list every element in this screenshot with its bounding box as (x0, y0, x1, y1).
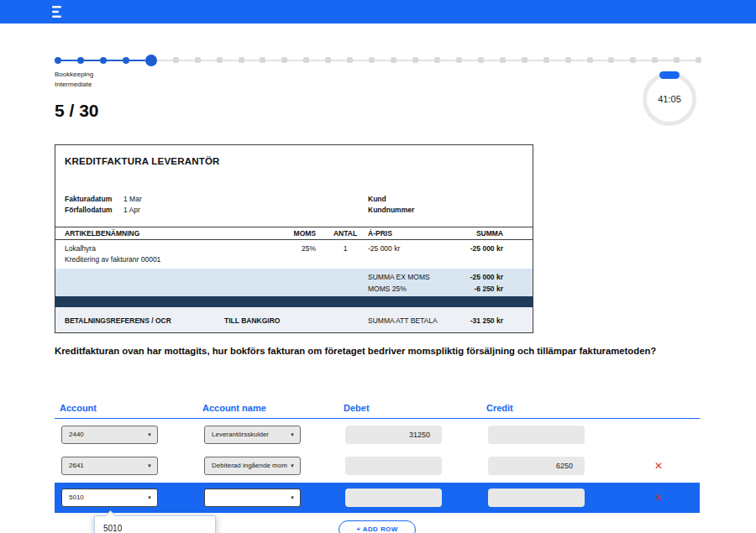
progress-marker (630, 57, 636, 63)
chevron-down-icon: ▼ (147, 426, 152, 444)
progress-connector (179, 60, 195, 61)
timer-progress-pill (659, 71, 680, 79)
item-antal: 1 (328, 244, 362, 253)
progress-category-label: Bookkeeping (55, 71, 93, 78)
answer-header-debet: Debet (344, 403, 370, 413)
answer-row: 2641 ▼ Debiterad ingående mom ▼ ✕ (55, 457, 700, 475)
invoice-divider-bar (55, 296, 533, 307)
progress-marker (456, 57, 462, 63)
account-select-value: 5010 (69, 494, 84, 501)
progress-connector (375, 60, 391, 61)
progress-marker (145, 55, 157, 66)
progress-marker (674, 57, 680, 63)
progress-marker (173, 57, 179, 63)
account-name-select[interactable]: ▼ (204, 489, 301, 507)
progress-connector (353, 60, 369, 61)
remove-row-button[interactable]: ✕ (651, 491, 666, 504)
progress-connector (484, 60, 500, 61)
chevron-down-icon: ▼ (290, 457, 295, 475)
invoice-line-item: Lokalhyra Kreditering av fakturanr 00001… (55, 240, 533, 269)
progress-marker (434, 57, 440, 63)
customer-label: Kund (368, 195, 386, 203)
invoice-summary-band: SUMMA EX MOMS -25 000 kr MOMS 25% -6 250… (55, 269, 533, 296)
account-select[interactable]: 2440 ▼ (61, 426, 158, 444)
progress-marker (303, 57, 309, 63)
progress-connector (571, 60, 587, 61)
summary-exmoms-value: -25 000 kr (394, 273, 503, 281)
progress-connector (265, 60, 281, 61)
credit-input[interactable] (488, 457, 585, 475)
progress-marker (500, 57, 506, 63)
credit-input[interactable] (488, 426, 585, 444)
account-option[interactable]: 5010 (95, 516, 215, 533)
progress-marker (260, 57, 265, 63)
item-name: Lokalhyra (65, 244, 96, 253)
due-date-label: Förfallodatum (65, 206, 113, 214)
due-date-value: 1 Apr (123, 206, 140, 214)
answer-header-account: Account (60, 403, 97, 413)
progress-connector (396, 60, 412, 61)
progress-connector (614, 60, 630, 61)
top-bar (0, 0, 756, 24)
progress-connector (157, 60, 173, 61)
progress-marker (100, 57, 107, 64)
answer-row: 2440 ▼ Leverantörsskulder ▼ (55, 426, 700, 444)
col-header-antal: ANTAL (328, 229, 362, 238)
chevron-down-icon: ▼ (290, 426, 295, 444)
progress-marker (123, 57, 129, 64)
progress-connector (680, 60, 696, 61)
progress-connector (309, 60, 325, 61)
progress-connector (593, 60, 609, 61)
app-logo-icon (52, 5, 64, 18)
progress-connector (84, 60, 100, 61)
invoice-footer: BETALNINGSREFERENS / OCR TILL BANKGIRO S… (55, 307, 533, 332)
summary-moms-value: -6 250 kr (394, 285, 503, 293)
progress-connector (244, 60, 260, 61)
progress-marker (522, 57, 528, 63)
account-dropdown-panel: 5010 (94, 515, 216, 533)
progress-marker (325, 57, 331, 63)
progress-level-label: Intermediate (55, 81, 92, 88)
remove-row-button[interactable]: ✕ (651, 459, 666, 473)
progress-marker (608, 57, 614, 63)
invoice-table-header: ARTIKELBENÄMNING MOMS ANTAL Á-PRIS SUMMA (55, 227, 533, 240)
col-header-moms: MOMS (282, 229, 316, 238)
progress-connector (201, 60, 217, 61)
progress-marker (565, 57, 571, 63)
invoice-document: KREDITFAKTURA LEVERANTÖR Fakturadatum 1 … (55, 144, 533, 333)
item-description: Kreditering av fakturanr 00001 (65, 255, 160, 264)
item-moms: 25% (282, 244, 316, 253)
account-select[interactable]: 2641 ▼ (61, 457, 158, 475)
add-row-button[interactable]: + ADD ROW (339, 520, 416, 533)
credit-input[interactable] (488, 489, 585, 507)
progress-connector (418, 60, 434, 61)
question-counter: 5 / 30 (55, 101, 99, 121)
progress-marker (543, 57, 549, 63)
total-value: -31 250 kr (394, 316, 503, 325)
progress-connector (331, 60, 347, 61)
debet-input[interactable] (345, 426, 442, 444)
timer-value: 41:05 (658, 94, 681, 104)
debet-input[interactable] (345, 457, 442, 475)
progress-connector (636, 60, 652, 61)
progress-connector (440, 60, 456, 61)
account-name-select[interactable]: Debiterad ingående mom ▼ (204, 457, 301, 475)
progress-connector (506, 60, 522, 61)
progress-marker (347, 57, 353, 63)
bankgiro-label: TILL BANKGIRO (224, 316, 280, 325)
account-select-value: 2641 (69, 462, 84, 469)
progress-connector (287, 60, 303, 61)
debet-input[interactable] (345, 489, 442, 507)
answer-row-active: 5010 ▼ ▼ ✕ (55, 483, 700, 513)
progress-marker (478, 57, 484, 63)
progress-connector (129, 60, 145, 61)
invoice-date-label: Fakturadatum (65, 195, 112, 203)
progress-marker (239, 57, 244, 63)
invoice-date-value: 1 Mar (123, 195, 142, 203)
answer-header-account-name: Account name (202, 403, 266, 413)
account-name-select[interactable]: Leverantörsskulder ▼ (204, 426, 301, 444)
account-select[interactable]: 5010 ▼ (61, 489, 158, 507)
chevron-down-icon: ▼ (147, 489, 152, 507)
payment-ref-label: BETALNINGSREFERENS / OCR (65, 316, 171, 325)
progress-connector (462, 60, 478, 61)
